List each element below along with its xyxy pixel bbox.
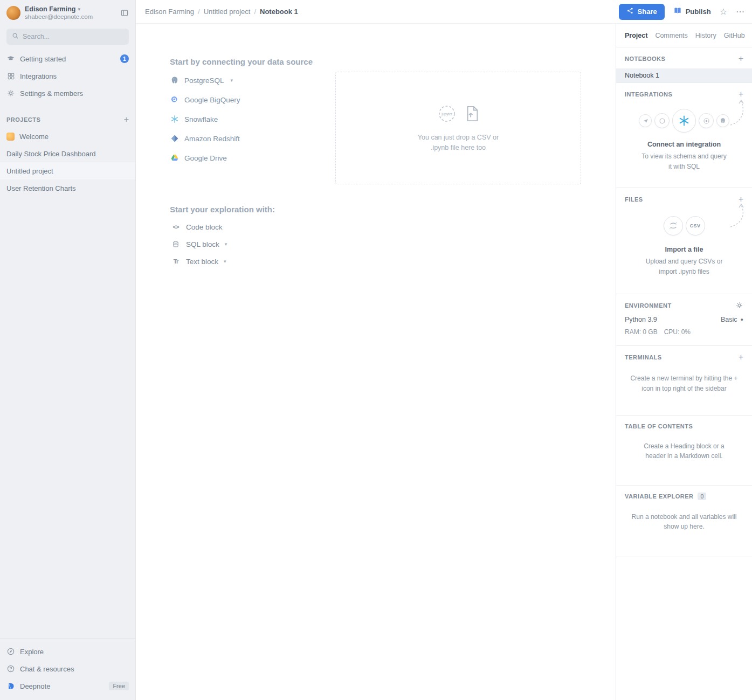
datasource-layout: PostgreSQL ▾ Google BigQuery (170, 71, 616, 184)
right-column: Edison Farming / Untitled project / Note… (136, 0, 752, 700)
environment-header: ENVIRONMENT (625, 302, 672, 309)
integrations-header: INTEGRATIONS (625, 91, 672, 98)
datasource-postgresql[interactable]: PostgreSQL ▾ (170, 71, 335, 90)
variable-explorer-description: Run a notebook and all variables will sh… (632, 512, 737, 532)
dashed-arrow-icon (727, 202, 749, 230)
machine-label: Basic (721, 316, 737, 323)
postgresql-icon (170, 76, 179, 85)
chevron-down-icon: ▾ (231, 78, 233, 83)
block-label: SQL block (186, 240, 219, 248)
dashed-arrow-icon (727, 97, 749, 128)
search-input[interactable] (23, 33, 123, 40)
notebooks-section: NOTEBOOKS + Notebook 1 (616, 47, 752, 83)
terminals-description: Create a new terminal by hitting the + i… (627, 373, 741, 393)
chevron-down-icon: ▾ (78, 6, 80, 12)
code-icon: <> (171, 224, 181, 230)
environment-settings-icon[interactable] (735, 301, 743, 309)
cpu-usage: CPU: 0% (664, 328, 691, 336)
integration-icon (639, 114, 652, 127)
dropzone-text: You can just drop a CSV or .ipynb file h… (409, 133, 508, 153)
star-icon[interactable]: ☆ (720, 8, 727, 16)
workspace-switcher[interactable]: Edison Farming ▾ (25, 5, 116, 13)
workspace-avatar[interactable] (6, 6, 20, 20)
breadcrumb-project[interactable]: Untitled project (204, 8, 251, 16)
integrations-caption: Connect an integration (625, 141, 743, 148)
notebook-item[interactable]: Notebook 1 (616, 68, 752, 82)
redshift-icon (170, 134, 179, 143)
share-button[interactable]: Share (619, 4, 665, 20)
text-format-icon: Tr (171, 258, 181, 265)
bigquery-icon (170, 95, 179, 105)
collapse-sidebar-icon[interactable] (120, 9, 129, 17)
sql-block-button[interactable]: SQL block ▾ (171, 235, 616, 253)
integrations-section: INTEGRATIONS + (616, 83, 752, 188)
topbar: Edison Farming / Untitled project / Note… (136, 0, 752, 24)
tab-history[interactable]: History (695, 32, 716, 39)
project-item-welcome[interactable]: Welcome (0, 128, 135, 145)
dropzone-icons: jupyter (436, 103, 480, 126)
breadcrumb-workspace[interactable]: Edison Farming (145, 8, 194, 16)
file-dropzone[interactable]: jupyter You can just drop a CSV or .ipyn… (335, 72, 581, 184)
block-label: Text block (186, 258, 218, 266)
datasource-list: PostgreSQL ▾ Google BigQuery (170, 71, 335, 168)
notebooks-header: NOTEBOOKS (625, 56, 665, 62)
more-options-icon[interactable]: ⋯ (736, 8, 744, 16)
grid-icon (6, 72, 15, 80)
files-caption: Import a file (625, 246, 743, 253)
topbar-actions: Share Publish ☆ ⋯ (619, 4, 744, 20)
csv-file-icon: CSV (686, 216, 705, 235)
files-header: FILES (625, 196, 643, 203)
sidebar-footer: Explore Chat & resources Deepnote Free (0, 638, 135, 700)
add-notebook-button[interactable]: + (739, 54, 743, 63)
sidebar-item-integrations[interactable]: Integrations (0, 67, 135, 85)
integration-icons-cluster (625, 107, 743, 134)
sidebar-item-label: Chat & resources (20, 665, 129, 673)
files-description: Upload and query CSVs or import .ipynb f… (637, 257, 732, 276)
datasource-snowflake[interactable]: Snowflake (170, 109, 335, 129)
code-block-button[interactable]: <> Code block (171, 218, 616, 235)
breadcrumb-notebook: Notebook 1 (260, 8, 298, 16)
add-project-button[interactable]: + (124, 115, 129, 124)
work-row: Start by connecting your data source Pos… (136, 24, 752, 700)
python-version[interactable]: Python 3.9 (625, 316, 657, 323)
toc-description: Create a Heading block or a header in a … (636, 441, 732, 461)
machine-type[interactable]: Basic ● (721, 316, 743, 323)
database-icon (171, 240, 181, 248)
text-block-button[interactable]: Tr Text block ▾ (171, 253, 616, 270)
breadcrumb: Edison Farming / Untitled project / Note… (145, 8, 619, 16)
machine-status-dot: ● (741, 317, 743, 322)
project-item-daily-stock[interactable]: Daily Stock Price Dashboard (0, 145, 135, 162)
sidebar-item-explore[interactable]: Explore (0, 643, 135, 660)
tab-github[interactable]: GitHub (724, 32, 745, 39)
datasource-redshift[interactable]: Amazon Redshift (170, 129, 335, 148)
panel-empty-space (616, 557, 752, 700)
book-icon (673, 6, 682, 17)
share-label: Share (638, 8, 657, 16)
gear-icon (6, 89, 15, 98)
add-terminal-button[interactable]: + (739, 353, 743, 362)
tab-comments[interactable]: Comments (655, 32, 687, 39)
breadcrumb-separator: / (198, 8, 200, 16)
wave-emoji-icon (6, 133, 15, 141)
tab-project[interactable]: Project (625, 32, 647, 39)
projects-header-label: PROJECTS (6, 116, 40, 123)
chevron-down-icon: ▾ (225, 241, 227, 247)
breadcrumb-separator: / (254, 8, 256, 16)
sidebar-item-getting-started[interactable]: Getting started 1 (0, 50, 135, 67)
app: Edison Farming ▾ shabeer@deepnote.com Ge (0, 0, 752, 700)
datasource-google-drive[interactable]: Google Drive (170, 148, 335, 168)
publish-button[interactable]: Publish (673, 6, 711, 17)
sidebar-item-label: Getting started (20, 55, 115, 63)
sidebar-item-chat-resources[interactable]: Chat & resources (0, 660, 135, 677)
terminals-section: TERMINALS + Create a new terminal by hit… (616, 346, 752, 415)
sidebar-item-deepnote[interactable]: Deepnote Free (0, 677, 135, 695)
variable-count-badge: 0 (698, 493, 706, 500)
project-item-user-retention[interactable]: User Retention Charts (0, 179, 135, 197)
search-box[interactable] (6, 29, 129, 45)
right-panel: Project Comments History GitHub NOTEBOOK… (616, 24, 752, 700)
sidebar-item-settings-members[interactable]: Settings & members (0, 85, 135, 102)
datasource-bigquery[interactable]: Google BigQuery (170, 90, 335, 109)
project-item-untitled[interactable]: Untitled project (0, 162, 135, 179)
environment-section: ENVIRONMENT Python 3.9 Basic ● RAM: 0 (616, 294, 752, 346)
datasource-label: Snowflake (184, 115, 218, 123)
